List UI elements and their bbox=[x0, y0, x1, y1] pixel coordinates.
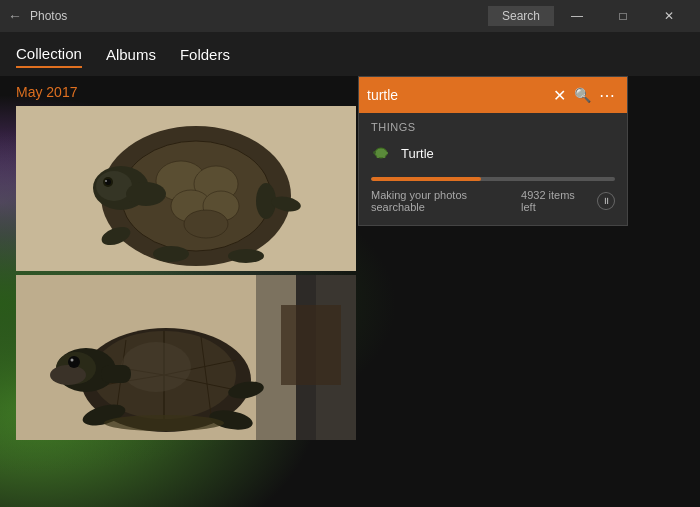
nav-albums[interactable]: Albums bbox=[106, 42, 156, 67]
search-result-label: Turtle bbox=[401, 146, 434, 161]
close-button[interactable]: ✕ bbox=[646, 0, 692, 32]
progress-count-text: 4932 items left bbox=[521, 189, 591, 213]
search-submit-button[interactable]: 🔍 bbox=[570, 87, 595, 103]
search-clear-button[interactable]: ✕ bbox=[549, 86, 570, 105]
svg-point-14 bbox=[126, 182, 166, 206]
svg-point-34 bbox=[121, 342, 191, 392]
svg-point-15 bbox=[153, 246, 189, 262]
progress-section: Making your photos searchable 4932 items… bbox=[359, 169, 627, 225]
svg-point-37 bbox=[50, 365, 86, 385]
app-window: ← Photos Search — □ ✕ Collection Albums … bbox=[0, 0, 700, 507]
search-button[interactable]: Search bbox=[488, 6, 554, 26]
svg-point-13 bbox=[105, 180, 107, 182]
svg-point-17 bbox=[228, 249, 264, 263]
svg-point-44 bbox=[104, 415, 224, 431]
svg-point-51 bbox=[373, 151, 376, 154]
app-title: Photos bbox=[30, 9, 488, 23]
search-section-label: THINGS bbox=[359, 113, 627, 137]
svg-rect-41 bbox=[101, 365, 131, 383]
photo-item-2[interactable] bbox=[16, 275, 356, 440]
nav-folders[interactable]: Folders bbox=[180, 42, 230, 67]
svg-point-40 bbox=[71, 359, 74, 362]
search-input-row: ✕ 🔍 ⋯ bbox=[359, 77, 627, 113]
svg-point-48 bbox=[384, 152, 388, 155]
progress-pause-button[interactable]: ⏸ bbox=[597, 192, 615, 210]
nav-collection[interactable]: Collection bbox=[16, 41, 82, 68]
progress-bar-fill bbox=[371, 177, 481, 181]
search-result-turtle[interactable]: Turtle bbox=[359, 137, 627, 169]
back-button[interactable]: ← bbox=[8, 8, 22, 24]
window-controls: — □ ✕ bbox=[554, 0, 692, 32]
search-more-button[interactable]: ⋯ bbox=[595, 86, 619, 105]
svg-point-49 bbox=[377, 156, 380, 158]
nav-bar: Collection Albums Folders bbox=[0, 32, 700, 76]
content-area: May 2017 bbox=[0, 76, 700, 507]
svg-rect-24 bbox=[281, 305, 341, 385]
turtle-icon bbox=[371, 143, 391, 163]
title-bar: ← Photos Search — □ ✕ bbox=[0, 0, 700, 32]
svg-point-8 bbox=[184, 210, 228, 238]
progress-bar-track bbox=[371, 177, 615, 181]
search-dropdown: ✕ 🔍 ⋯ THINGS Turtle bbox=[358, 76, 628, 226]
minimize-button[interactable]: — bbox=[554, 0, 600, 32]
maximize-button[interactable]: □ bbox=[600, 0, 646, 32]
progress-status-text: Making your photos searchable bbox=[371, 189, 521, 213]
svg-point-50 bbox=[383, 156, 386, 158]
photo-item-1[interactable] bbox=[16, 106, 356, 271]
progress-status-row: Making your photos searchable 4932 items… bbox=[371, 189, 615, 213]
svg-point-12 bbox=[105, 179, 111, 185]
search-input[interactable] bbox=[367, 87, 549, 103]
